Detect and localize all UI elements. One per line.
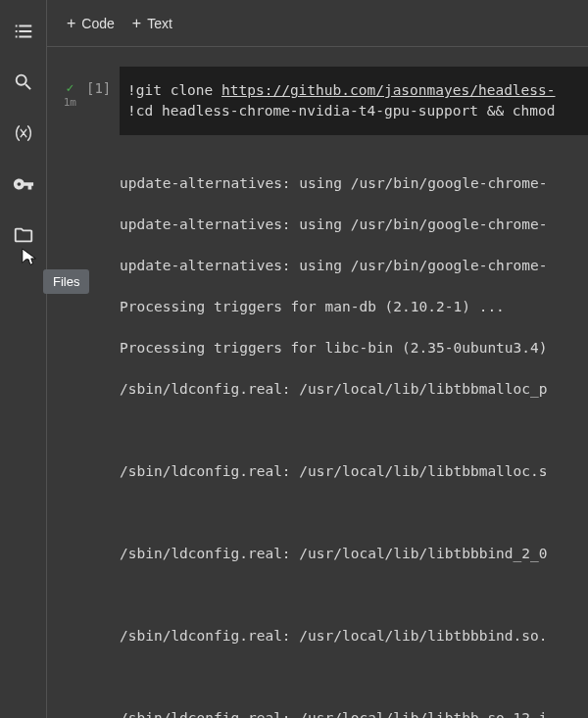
code-cell: ✓ 1m [1] !git clone https://github.com/j… [47, 67, 588, 718]
text-label: Text [147, 16, 172, 31]
toolbar: + Code + Text [47, 0, 588, 47]
cell-gutter: ✓ 1m [1] [55, 67, 120, 718]
add-text-button[interactable]: + Text [132, 15, 172, 32]
exec-time: 1m [64, 96, 76, 109]
cell-output: update-alternatives: using /usr/bin/goog… [120, 153, 588, 718]
cursor-icon [21, 247, 38, 271]
cell-area: ✓ 1m [1] !git clone https://github.com/j… [47, 47, 588, 718]
plus-icon: + [132, 15, 141, 32]
main-area: + Code + Text ✓ 1m [1] !git clone https:… [47, 0, 588, 718]
code-input[interactable]: !git clone https://github.com/jasonmayes… [120, 67, 588, 135]
cell-number: [1] [86, 80, 111, 96]
toc-icon[interactable] [12, 20, 35, 43]
files-tooltip: Files [43, 269, 89, 294]
code-label: Code [81, 16, 114, 31]
folder-icon[interactable] [12, 223, 35, 247]
cell-content: !git clone https://github.com/jasonmayes… [120, 67, 588, 718]
key-icon[interactable] [12, 172, 35, 196]
plus-icon: + [67, 15, 75, 32]
variables-icon[interactable] [12, 121, 35, 145]
add-code-button[interactable]: + Code [67, 15, 115, 32]
search-icon[interactable] [12, 71, 35, 94]
repo-url[interactable]: https://github.com/jasonmayes/headless- [221, 82, 555, 98]
sidebar [0, 0, 47, 718]
check-icon: ✓ [66, 80, 74, 95]
